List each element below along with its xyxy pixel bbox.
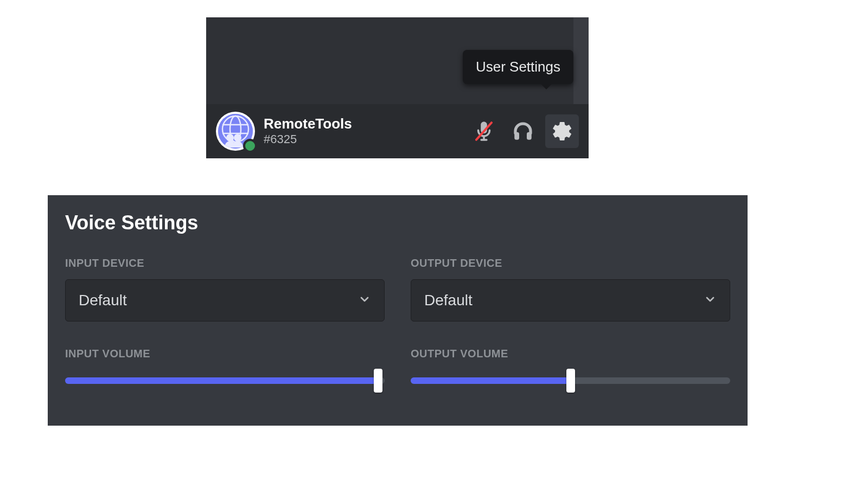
output-volume-slider[interactable] [411, 370, 730, 391]
slider-thumb[interactable] [374, 369, 382, 393]
discriminator: #6325 [264, 132, 352, 146]
input-volume-label: INPUT VOLUME [65, 348, 385, 360]
voice-settings-panel: Voice Settings INPUT DEVICE Default INPU… [48, 195, 748, 426]
input-device-value: Default [79, 292, 127, 309]
voice-settings-title: Voice Settings [65, 211, 730, 234]
voice-settings-columns: INPUT DEVICE Default INPUT VOLUME OUTPUT… [65, 257, 730, 391]
chevron-down-icon [704, 293, 717, 308]
output-device-value: Default [424, 292, 473, 309]
svg-rect-11 [527, 132, 532, 140]
slider-fill [411, 377, 571, 384]
username: RemoteTools [264, 116, 352, 132]
user-settings-tooltip: User Settings [463, 50, 573, 84]
svg-rect-8 [480, 139, 487, 141]
deafen-button[interactable] [506, 114, 540, 148]
input-device-label: INPUT DEVICE [65, 257, 385, 269]
output-device-label: OUTPUT DEVICE [411, 257, 730, 269]
mute-button[interactable] [467, 114, 501, 148]
gear-icon [551, 120, 573, 143]
svg-point-5 [226, 134, 234, 142]
user-info: RemoteTools #6325 [264, 116, 352, 146]
input-column: INPUT DEVICE Default INPUT VOLUME [65, 257, 385, 391]
user-actions [467, 114, 579, 148]
status-online-icon [243, 139, 257, 153]
panel-side-strip [573, 17, 589, 104]
user-bar: RemoteTools #6325 [206, 104, 589, 158]
headphones-icon [512, 120, 534, 143]
svg-rect-10 [514, 132, 519, 140]
input-volume-slider[interactable] [65, 370, 385, 391]
tooltip-text: User Settings [476, 59, 560, 75]
svg-point-6 [234, 134, 241, 142]
mic-muted-icon [473, 120, 495, 143]
user-settings-button[interactable] [545, 114, 579, 148]
chevron-down-icon [358, 293, 371, 308]
avatar[interactable] [216, 112, 255, 151]
output-device-select[interactable]: Default [411, 279, 730, 322]
slider-thumb[interactable] [566, 369, 575, 393]
slider-fill [65, 377, 378, 384]
svg-rect-7 [483, 136, 485, 139]
input-device-select[interactable]: Default [65, 279, 385, 322]
output-column: OUTPUT DEVICE Default OUTPUT VOLUME [411, 257, 730, 391]
user-panel: User Settings [206, 17, 589, 158]
output-volume-label: OUTPUT VOLUME [411, 348, 730, 360]
